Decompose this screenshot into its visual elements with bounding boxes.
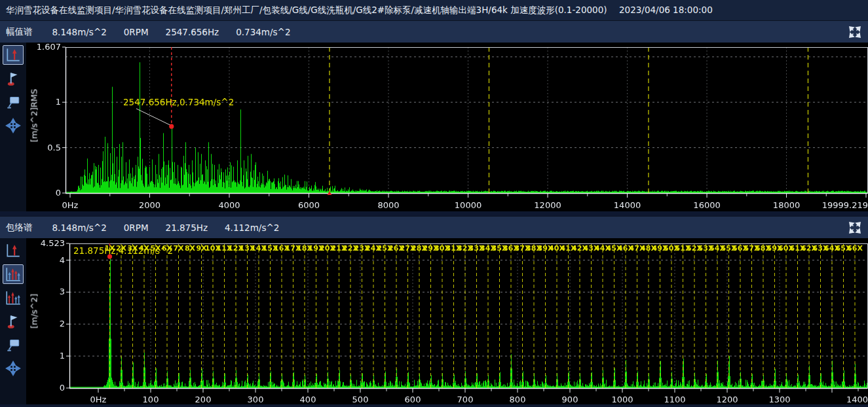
amplitude-spectrum-panel: 幅值谱 8.148m/s^2 0RPM 2547.656Hz 0.734m/s^… — [0, 20, 868, 211]
flag-marker-icon — [5, 70, 22, 87]
single-cursor-tool-button[interactable] — [3, 241, 24, 260]
pan-icon — [5, 117, 22, 134]
envelope-toolbar — [0, 238, 26, 404]
amplitude-spectrum-canvas[interactable] — [26, 43, 868, 211]
envelope-panel-header: 包络谱 8.148m/s^2 0RPM 21.875Hz 4.112m/s^2 — [0, 216, 868, 238]
envelope-chart-area: [m/s^2] — [26, 238, 868, 404]
pan-tool-button[interactable] — [3, 116, 24, 135]
single-cursor-tool-button[interactable] — [3, 45, 24, 65]
pan-icon — [5, 360, 22, 377]
amplitude-panel-header: 幅值谱 8.148m/s^2 0RPM 2547.656Hz 0.734m/s^… — [0, 20, 868, 43]
title-bar: 华润雪花设备在线监测项目/华润雪花设备在线监测项目/郑州工厂/包装线/G线/G线… — [0, 0, 868, 20]
annotation-tool-button[interactable] — [3, 92, 24, 112]
annotation-icon — [5, 336, 22, 353]
timestamp: 2023/04/06 18:00:00 — [619, 5, 713, 15]
expand-icon — [847, 220, 863, 236]
envelope-spectrum-panel: 包络谱 8.148m/s^2 0RPM 21.875Hz 4.112m/s^2 — [0, 216, 868, 404]
expand-button[interactable] — [847, 24, 863, 40]
speed-value: 0RPM — [124, 222, 149, 233]
envelope-spectrum-canvas[interactable] — [26, 238, 868, 404]
expand-button[interactable] — [847, 220, 863, 236]
sideband-cursor-tool-button[interactable] — [3, 288, 24, 308]
expand-icon — [847, 24, 863, 40]
annotation-tool-button[interactable] — [3, 335, 24, 355]
harmonic-cursor-tool-button[interactable] — [3, 264, 24, 284]
cursor-amplitude-value: 0.734m/s^2 — [236, 27, 290, 37]
harmonic-cursor-icon — [5, 266, 22, 283]
flag-marker-tool-button[interactable] — [3, 311, 24, 331]
cursor-frequency-value: 21.875Hz — [166, 222, 208, 233]
overall-rms-value: 8.148m/s^2 — [52, 222, 107, 233]
amplitude-chart-area: [m/s^2]RMS — [26, 43, 868, 211]
flag-marker-icon — [5, 313, 22, 330]
single-cursor-icon — [5, 242, 22, 259]
speed-value: 0RPM — [124, 27, 149, 37]
overall-rms-value: 8.148m/s^2 — [52, 27, 107, 37]
panel-title-amplitude: 幅值谱 — [6, 26, 33, 38]
sideband-cursor-icon — [5, 289, 22, 306]
panel-title-envelope: 包络谱 — [6, 222, 33, 234]
annotation-icon — [5, 94, 22, 111]
cursor-amplitude-value: 4.112m/s^2 — [225, 222, 279, 233]
flag-marker-tool-button[interactable] — [3, 69, 24, 88]
breadcrumb-title: 华润雪花设备在线监测项目/华润雪花设备在线监测项目/郑州工厂/包装线/G线/G线… — [6, 5, 607, 16]
amplitude-toolbar — [0, 43, 26, 211]
cursor-frequency-value: 2547.656Hz — [166, 27, 219, 37]
pan-tool-button[interactable] — [3, 359, 24, 378]
single-cursor-icon — [5, 46, 22, 63]
